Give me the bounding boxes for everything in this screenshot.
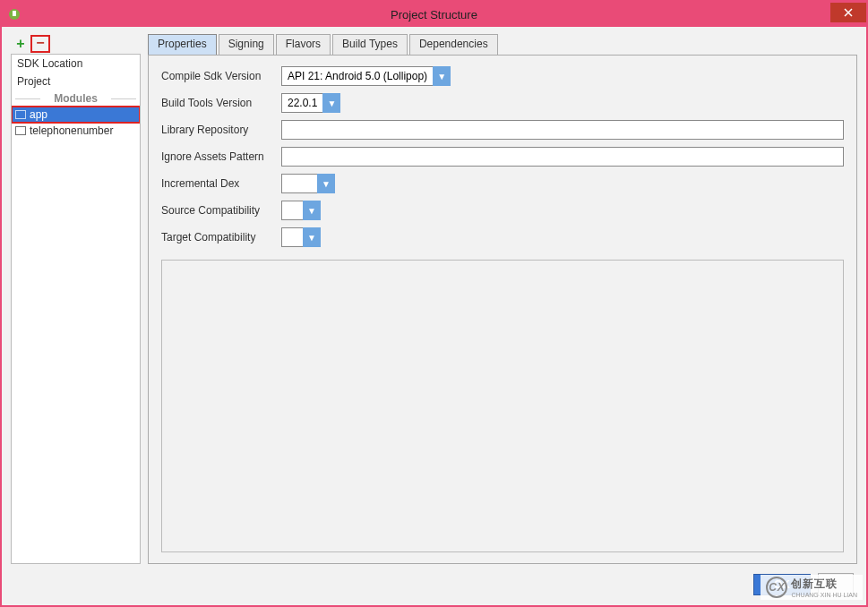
- incremental-dex-label: Incremental Dex: [161, 177, 278, 190]
- compile-sdk-label: Compile Sdk Version: [161, 70, 278, 82]
- row-build-tools: Build Tools Version 22.0.1 ▼: [161, 93, 844, 113]
- close-button[interactable]: [830, 3, 866, 22]
- chevron-down-icon: ▼: [303, 227, 321, 247]
- sidebar-toolbar: + −: [11, 34, 141, 54]
- sidebar: + − SDK Location Project Modules app tel…: [11, 34, 141, 564]
- ignore-assets-label: Ignore Assets Pattern: [161, 150, 278, 163]
- android-studio-icon: [5, 5, 23, 23]
- build-tools-combo[interactable]: 22.0.1 ▼: [281, 93, 340, 113]
- chevron-down-icon: ▼: [317, 174, 335, 193]
- chevron-down-icon: ▼: [303, 201, 321, 220]
- module-icon: [15, 126, 26, 135]
- source-compat-label: Source Compatibility: [161, 204, 278, 217]
- module-label: app: [30, 108, 47, 121]
- incremental-dex-combo[interactable]: ▼: [281, 174, 335, 193]
- row-library-repo: Library Repository: [161, 120, 844, 140]
- sidebar-item-sdk-location[interactable]: SDK Location: [12, 55, 140, 73]
- properties-panel: Compile Sdk Version API 21: Android 5.0 …: [148, 55, 857, 564]
- watermark-text: 创新互联: [791, 577, 838, 590]
- compile-sdk-value: API 21: Android 5.0 (Lollipop): [281, 66, 433, 86]
- window-title: Project Structure: [391, 8, 477, 21]
- module-app[interactable]: app: [12, 107, 140, 123]
- compile-sdk-combo[interactable]: API 21: Android 5.0 (Lollipop) ▼: [281, 66, 451, 86]
- target-compat-value: [281, 227, 303, 247]
- watermark-logo-icon: CX: [766, 577, 787, 598]
- sidebar-list: SDK Location Project Modules app telepho…: [11, 54, 141, 564]
- sidebar-item-project[interactable]: Project: [12, 73, 140, 90]
- row-incremental-dex: Incremental Dex ▼: [161, 174, 844, 193]
- add-module-button[interactable]: +: [13, 36, 29, 52]
- tab-bar: Properties Signing Flavors Build Types D…: [148, 34, 857, 56]
- tab-signing[interactable]: Signing: [219, 34, 274, 56]
- module-telephonenumber[interactable]: telephonenumber: [12, 123, 140, 139]
- module-icon: [15, 110, 26, 119]
- incremental-dex-value: [281, 174, 317, 193]
- target-compat-label: Target Compatibility: [161, 231, 278, 244]
- project-structure-window: Project Structure + − SDK Location Proje…: [0, 0, 868, 607]
- empty-detail-area: [161, 260, 844, 552]
- chevron-down-icon: ▼: [433, 66, 451, 86]
- build-tools-label: Build Tools Version: [161, 97, 278, 109]
- row-source-compat: Source Compatibility ▼: [161, 201, 844, 220]
- source-compat-combo[interactable]: ▼: [281, 201, 321, 220]
- svg-rect-1: [13, 11, 16, 16]
- module-label: telephonenumber: [30, 124, 113, 137]
- remove-module-button[interactable]: −: [30, 35, 50, 53]
- titlebar: Project Structure: [2, 2, 866, 27]
- tab-dependencies[interactable]: Dependencies: [409, 34, 498, 56]
- tab-build-types[interactable]: Build Types: [332, 34, 408, 56]
- ignore-assets-input[interactable]: [281, 147, 844, 167]
- chevron-down-icon: ▼: [322, 93, 340, 113]
- row-compile-sdk: Compile Sdk Version API 21: Android 5.0 …: [161, 66, 844, 86]
- target-compat-combo[interactable]: ▼: [281, 227, 321, 247]
- build-tools-value: 22.0.1: [281, 93, 322, 113]
- source-compat-value: [281, 201, 303, 220]
- watermark: CX 创新互联 CHUANG XIN HU LIAN: [761, 575, 863, 600]
- tab-flavors[interactable]: Flavors: [276, 34, 331, 56]
- main-panel: Properties Signing Flavors Build Types D…: [148, 34, 857, 564]
- library-repo-input[interactable]: [281, 120, 844, 140]
- dialog-footer: OK CX 创新互联 CHUANG XIN HU LIAN: [2, 564, 866, 605]
- tab-properties[interactable]: Properties: [148, 34, 217, 56]
- dialog-body: + − SDK Location Project Modules app tel…: [2, 27, 866, 564]
- watermark-sub: CHUANG XIN HU LIAN: [791, 592, 857, 598]
- library-repo-label: Library Repository: [161, 124, 278, 136]
- row-ignore-assets: Ignore Assets Pattern: [161, 147, 844, 167]
- row-target-compat: Target Compatibility ▼: [161, 227, 844, 247]
- sidebar-section-modules: Modules: [12, 90, 140, 107]
